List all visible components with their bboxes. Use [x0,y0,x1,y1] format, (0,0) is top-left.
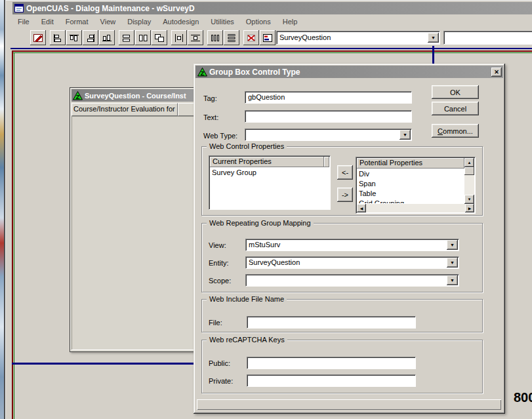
scroll-down-icon[interactable] [464,195,474,204]
design-mode-icon[interactable] [30,30,46,45]
chevron-down-icon[interactable] [447,275,458,285]
menu-display[interactable]: Display [121,16,157,27]
vertical-scrollbar[interactable] [464,158,474,204]
web-include-file-name-group: Web Include File Name File: [201,299,483,332]
list-item[interactable]: Div [357,169,464,179]
child-window-titlebar[interactable]: Z SurveyQuestion - Course/Inst [72,89,196,102]
potential-properties-header[interactable]: Potential Properties [357,158,464,169]
scroll-right-icon[interactable] [465,204,474,212]
entity-value: SurveyQuestion [246,257,447,268]
center-horizontal-icon[interactable] [171,30,187,45]
list-item[interactable]: Survey Group [210,168,329,178]
potential-properties-listbox[interactable]: Potential Properties Div Span Table Grid… [356,157,476,214]
scope-label: Scope: [209,277,231,285]
canvas-top-guide [12,50,532,52]
horizontal-scrollbar[interactable] [357,204,474,212]
web-control-properties-group: Web Control Properties Current Propertie… [201,146,483,216]
chevron-down-icon[interactable] [428,33,439,43]
child-window-surveyquestion[interactable]: Z SurveyQuestion - Course/Inst Course/In… [70,87,198,352]
web-type-label: Web Type: [203,132,237,140]
entity-label: Entity: [209,259,229,267]
dialog-titlebar[interactable]: Z Group Box Control Type [195,66,503,78]
menu-options[interactable]: Options [240,16,277,27]
group-label: Web Repeating Group Mapping [207,219,314,227]
tag-input[interactable]: gbQuestion [245,91,412,104]
file-input[interactable] [247,316,416,329]
menu-utilities[interactable]: Utilities [205,16,239,27]
close-icon[interactable] [491,68,502,77]
delete-control-icon[interactable] [243,30,259,45]
group-label: Web Control Properties [207,142,287,150]
public-input[interactable] [247,357,416,369]
align-right-icon[interactable] [83,30,98,45]
main-titlebar[interactable]: OpenCUAS - Dialog Maintenance - wSurveyD [12,2,532,14]
same-height-icon[interactable] [135,30,151,45]
text-label: Text: [203,113,218,121]
zim-triangle-icon: Z [73,91,83,100]
center-vertical-icon[interactable] [188,30,203,45]
control-selector-value: SurveyQuestion [277,32,428,43]
private-input[interactable] [247,374,416,387]
ok-button[interactable]: OK [432,85,479,99]
dialog-bottom-strip [197,399,501,410]
menu-help[interactable]: Help [277,16,304,27]
move-left-button[interactable]: <- [337,165,353,180]
scrollbar-thumb[interactable] [464,167,474,175]
text-input[interactable] [245,110,412,123]
view-value: mStuSurv [246,239,447,250]
view-combobox[interactable]: mStuSurv [245,239,459,251]
move-right-button[interactable]: -> [337,188,353,202]
align-bottom-icon[interactable] [99,30,115,45]
app-icon [14,4,24,12]
control-selector-combobox[interactable]: SurveyQuestion [276,31,440,45]
chevron-down-icon[interactable] [447,258,458,268]
same-width-icon[interactable] [119,30,134,45]
scroll-left-icon[interactable] [357,204,366,212]
menu-file[interactable]: File [12,16,35,27]
space-across-icon[interactable] [207,30,223,45]
toolbar-divider [10,48,532,49]
web-type-combobox[interactable] [245,129,412,141]
canvas-top-inner-guide [13,52,532,53]
child-grid-header-cell[interactable]: Course/Instructor Evaluation for [72,103,178,116]
chevron-down-icon[interactable] [399,130,411,140]
menu-autodesign[interactable]: Autodesign [157,16,205,27]
list-item[interactable]: Grid Grouping [357,199,464,203]
group-label: Web reCAPTCHA Keys [207,336,287,344]
group-label: Web Include File Name [207,295,287,303]
public-label: Public: [209,359,230,367]
menu-edit[interactable]: Edit [35,16,60,27]
chevron-down-icon[interactable] [447,240,458,250]
same-size-icon[interactable] [152,30,167,45]
common-button[interactable]: Common... [432,124,479,138]
scope-combobox[interactable] [245,274,459,287]
menu-format[interactable]: Format [60,16,94,27]
current-properties-listbox[interactable]: Current Properties Survey Group [209,155,331,210]
toolbar-text-field[interactable] [443,31,532,45]
file-label: File: [209,319,222,327]
menu-view[interactable]: View [94,16,122,27]
align-top-icon[interactable] [66,30,82,45]
child-window-body[interactable] [72,116,196,350]
scroll-up-icon[interactable] [464,158,474,167]
list-item[interactable]: Table [357,189,464,199]
entity-combobox[interactable]: SurveyQuestion [245,256,459,269]
svg-text:Z: Z [201,70,205,77]
tab-order-icon[interactable] [260,30,276,45]
current-properties-header[interactable]: Current Properties [210,157,324,167]
child-grid-header-row: Course/Instructor Evaluation for [72,103,196,116]
canvas-right-edge-guide [432,46,434,64]
list-item[interactable]: Span [357,179,464,189]
toolbar: SurveyQuestion [12,28,532,48]
background-window-sliver [0,0,5,419]
main-window: OpenCUAS - Dialog Maintenance - wSurveyD… [5,0,532,419]
align-left-icon[interactable] [50,30,66,45]
group-box-control-type-dialog: Z Group Box Control Type Tag: gbQuestion… [194,64,505,414]
cancel-button[interactable]: Cancel [432,102,479,115]
child-window-title: SurveyQuestion - Course/Inst [85,92,186,100]
current-properties-header-spacer [324,157,329,167]
private-label: Private: [209,377,233,385]
space-down-icon[interactable] [224,30,239,45]
svg-text:Z: Z [76,94,80,100]
dialog-title: Group Box Control Type [209,68,489,77]
